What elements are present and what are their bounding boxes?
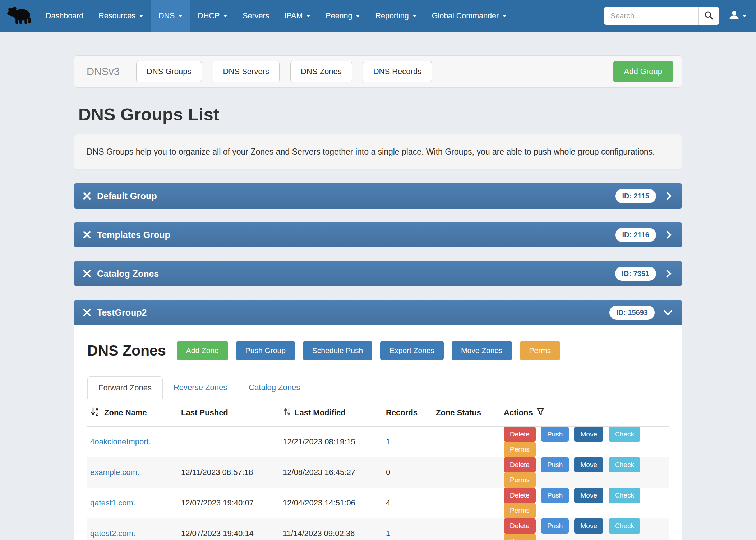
last-pushed-cell: 12/11/2023 08:57:18 [178, 457, 280, 488]
chevron-right-icon[interactable] [664, 230, 673, 239]
tab-catalog-zones[interactable]: Catalog Zones [238, 376, 311, 399]
zone-status-cell [433, 518, 501, 540]
nav-item-dns[interactable]: DNS [151, 0, 190, 32]
zone-link[interactable]: qatest2.com. [90, 529, 135, 538]
push-group-button[interactable]: Push Group [236, 341, 295, 360]
close-x-icon[interactable] [83, 192, 91, 200]
group-section-templates-group: Templates Group ID: 2116 [74, 222, 682, 247]
close-x-icon[interactable] [83, 308, 91, 317]
last-pushed-cell [178, 426, 280, 457]
dns-groups-button[interactable]: DNS Groups [136, 61, 202, 82]
dns-records-button[interactable]: DNS Records [363, 61, 432, 82]
perms-button[interactable]: Perms [504, 472, 536, 488]
export-zones-button[interactable]: Export Zones [380, 341, 444, 360]
dns-servers-button[interactable]: DNS Servers [213, 61, 280, 82]
delete-button[interactable]: Delete [504, 427, 536, 442]
top-navbar: Dashboard Resources DNS DHCP Servers IPA… [0, 0, 756, 32]
push-button[interactable]: Push [541, 427, 569, 442]
perms-button[interactable]: Perms [504, 503, 536, 518]
zone-link[interactable]: 4oakcloneImport. [90, 437, 151, 446]
sort-icon[interactable] [283, 407, 291, 418]
chevron-right-icon[interactable] [664, 191, 673, 201]
move-button[interactable]: Move [574, 457, 603, 472]
chevron-down-icon [742, 15, 747, 17]
add-group-button[interactable]: Add Group [613, 61, 673, 82]
nav-item-label: Servers [243, 12, 269, 20]
actions-cell: Delete Push Move Check Perms [501, 488, 669, 518]
records-cell: 1 [383, 518, 433, 540]
perms-button[interactable]: Perms [504, 534, 536, 540]
nav-item-global-commander[interactable]: Global Commander [424, 0, 514, 32]
check-button[interactable]: Check [609, 427, 640, 442]
last-modified-cell: 12/08/2023 16:45:27 [280, 457, 383, 488]
dns-zones-button[interactable]: DNS Zones [290, 61, 352, 82]
nav-item-label: IPAM [284, 12, 303, 20]
group-bar-catalog-zones[interactable]: Catalog Zones ID: 7351 [74, 261, 682, 286]
group-bar-default-group[interactable]: Default Group ID: 2115 [74, 183, 682, 209]
check-button[interactable]: Check [609, 518, 640, 534]
nav-item-label: Reporting [375, 12, 409, 20]
push-button[interactable]: Push [541, 488, 569, 503]
records-cell: 0 [383, 457, 433, 488]
actions-cell: Delete Push Move Check Perms [501, 518, 669, 540]
group-name: Default Group [97, 191, 157, 201]
nav-item-dashboard[interactable]: Dashboard [38, 0, 91, 32]
nav-item-label: Global Commander [432, 12, 499, 20]
zone-link[interactable]: qatest1.com. [90, 498, 135, 507]
col-last-modified: Last Modified [280, 399, 383, 426]
chevron-down-icon [356, 15, 360, 17]
table-row: qatest2.com. 12/07/2023 19:40:14 11/14/2… [87, 518, 669, 540]
delete-button[interactable]: Delete [504, 518, 536, 534]
nav-item-label: Peering [326, 12, 352, 20]
col-zone-name: A Z Zone Name [87, 399, 178, 426]
user-menu[interactable] [728, 0, 747, 32]
last-modified-cell: 12/04/2023 14:51:06 [280, 488, 383, 518]
chevron-down-icon[interactable] [663, 308, 673, 317]
tab-forward-zones[interactable]: Forward Zones [87, 376, 163, 399]
close-x-icon[interactable] [83, 230, 91, 239]
close-x-icon[interactable] [83, 269, 91, 278]
move-button[interactable]: Move [574, 518, 603, 534]
nav-item-peering[interactable]: Peering [318, 0, 368, 32]
push-button[interactable]: Push [541, 457, 569, 472]
push-button[interactable]: Push [541, 518, 569, 534]
last-modified-cell: 12/21/2023 08:19:15 [280, 426, 383, 457]
move-button[interactable]: Move [574, 488, 603, 503]
table-row: example.com. 12/11/2023 08:57:18 12/08/2… [87, 457, 669, 488]
group-id-badge: ID: 7351 [615, 267, 656, 281]
nav-item-resources[interactable]: Resources [91, 0, 151, 32]
check-button[interactable]: Check [609, 457, 640, 472]
nav-item-servers[interactable]: Servers [235, 0, 277, 32]
app-logo[interactable] [6, 0, 32, 32]
tab-reverse-zones[interactable]: Reverse Zones [163, 376, 238, 399]
nav-item-ipam[interactable]: IPAM [277, 0, 318, 32]
chevron-right-icon[interactable] [664, 269, 673, 278]
schedule-push-button[interactable]: Schedule Push [303, 341, 372, 360]
col-label: Last Pushed [181, 408, 228, 417]
col-label: Last Modified [295, 408, 346, 417]
delete-button[interactable]: Delete [504, 488, 536, 503]
zone-link[interactable]: example.com. [90, 468, 139, 477]
zones-heading: DNS Zones [87, 342, 166, 359]
chevron-down-icon [502, 15, 507, 17]
chevron-down-icon [223, 15, 227, 17]
nav-item-reporting[interactable]: Reporting [368, 0, 424, 32]
col-zone-status: Zone Status [433, 399, 501, 426]
sort-alpha-icon[interactable]: A Z [90, 407, 101, 419]
nav-item-dhcp[interactable]: DHCP [190, 0, 235, 32]
dnsv3-label: DNSv3 [87, 66, 120, 78]
check-button[interactable]: Check [609, 488, 640, 503]
move-zones-button[interactable]: Move Zones [452, 341, 512, 360]
search-button[interactable] [698, 7, 719, 25]
chevron-down-icon [306, 15, 310, 17]
search-input[interactable] [604, 7, 698, 25]
perms-button[interactable]: Perms [504, 442, 536, 457]
perms-button[interactable]: Perms [520, 341, 561, 360]
add-zone-button[interactable]: Add Zone [177, 341, 228, 360]
search-group [604, 0, 719, 32]
filter-icon[interactable] [536, 407, 545, 418]
delete-button[interactable]: Delete [504, 457, 536, 472]
group-bar-testgroup2[interactable]: TestGroup2 ID: 15693 [74, 300, 682, 325]
group-bar-templates-group[interactable]: Templates Group ID: 2116 [74, 222, 682, 247]
move-button[interactable]: Move [574, 427, 603, 442]
